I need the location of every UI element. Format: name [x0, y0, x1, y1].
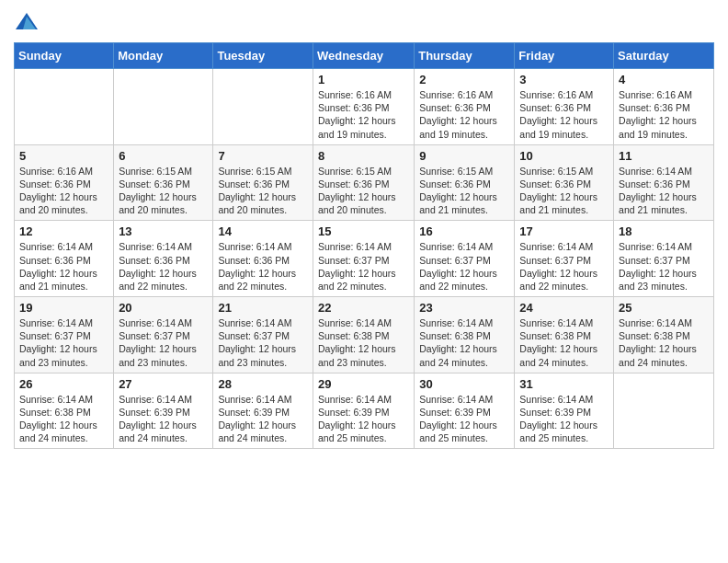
- day-number: 6: [119, 149, 208, 163]
- day-info: Sunrise: 6:14 AMSunset: 6:38 PMDaylight:…: [519, 316, 609, 369]
- calendar-header-row: SundayMondayTuesdayWednesdayThursdayFrid…: [15, 43, 714, 69]
- day-info: Sunrise: 6:14 AMSunset: 6:37 PMDaylight:…: [19, 316, 108, 369]
- calendar-cell: 20Sunrise: 6:14 AMSunset: 6:37 PMDayligh…: [114, 297, 213, 373]
- calendar-cell: [15, 69, 114, 145]
- day-number: 31: [519, 377, 609, 391]
- day-info: Sunrise: 6:14 AMSunset: 6:37 PMDaylight:…: [619, 240, 709, 293]
- day-info: Sunrise: 6:14 AMSunset: 6:39 PMDaylight:…: [218, 393, 308, 445]
- day-number: 8: [318, 149, 409, 163]
- col-header-saturday: Saturday: [614, 43, 714, 69]
- day-info: Sunrise: 6:16 AMSunset: 6:36 PMDaylight:…: [318, 88, 409, 141]
- calendar-cell: 27Sunrise: 6:14 AMSunset: 6:39 PMDayligh…: [114, 373, 213, 449]
- day-number: 16: [419, 224, 509, 238]
- day-info: Sunrise: 6:14 AMSunset: 6:36 PMDaylight:…: [619, 165, 709, 217]
- calendar-cell: 15Sunrise: 6:14 AMSunset: 6:37 PMDayligh…: [313, 221, 414, 297]
- calendar-cell: 9Sunrise: 6:15 AMSunset: 6:36 PMDaylight…: [415, 144, 515, 221]
- calendar-cell: 2Sunrise: 6:16 AMSunset: 6:36 PMDaylight…: [415, 69, 515, 145]
- calendar-cell: 19Sunrise: 6:14 AMSunset: 6:37 PMDayligh…: [15, 297, 114, 373]
- calendar-cell: 24Sunrise: 6:14 AMSunset: 6:38 PMDayligh…: [515, 297, 614, 373]
- day-number: 10: [519, 149, 609, 163]
- calendar-week-1: 5Sunrise: 6:16 AMSunset: 6:36 PMDaylight…: [15, 144, 714, 221]
- calendar-cell: 12Sunrise: 6:14 AMSunset: 6:36 PMDayligh…: [15, 221, 114, 297]
- day-number: 24: [519, 301, 609, 315]
- day-info: Sunrise: 6:15 AMSunset: 6:36 PMDaylight:…: [519, 165, 609, 217]
- day-info: Sunrise: 6:14 AMSunset: 6:37 PMDaylight:…: [119, 316, 208, 369]
- logo-icon: [14, 9, 40, 35]
- day-number: 28: [218, 377, 308, 391]
- day-info: Sunrise: 6:14 AMSunset: 6:37 PMDaylight:…: [318, 240, 409, 293]
- day-number: 26: [19, 377, 108, 391]
- day-number: 19: [19, 301, 108, 315]
- calendar-cell: 7Sunrise: 6:15 AMSunset: 6:36 PMDaylight…: [213, 144, 313, 221]
- calendar-cell: 26Sunrise: 6:14 AMSunset: 6:38 PMDayligh…: [15, 373, 114, 449]
- day-number: 2: [419, 73, 509, 86]
- day-number: 1: [318, 73, 409, 86]
- col-header-wednesday: Wednesday: [313, 43, 414, 69]
- day-info: Sunrise: 6:14 AMSunset: 6:37 PMDaylight:…: [419, 240, 509, 293]
- calendar-cell: 6Sunrise: 6:15 AMSunset: 6:36 PMDaylight…: [114, 144, 213, 221]
- calendar: SundayMondayTuesdayWednesdayThursdayFrid…: [14, 42, 714, 449]
- calendar-cell: [614, 373, 714, 449]
- day-info: Sunrise: 6:14 AMSunset: 6:39 PMDaylight:…: [419, 393, 509, 445]
- calendar-week-3: 19Sunrise: 6:14 AMSunset: 6:37 PMDayligh…: [15, 297, 714, 373]
- day-number: 5: [19, 149, 108, 163]
- day-info: Sunrise: 6:14 AMSunset: 6:39 PMDaylight:…: [519, 393, 609, 445]
- day-info: Sunrise: 6:16 AMSunset: 6:36 PMDaylight:…: [19, 165, 108, 217]
- calendar-cell: 11Sunrise: 6:14 AMSunset: 6:36 PMDayligh…: [614, 144, 714, 221]
- calendar-week-0: 1Sunrise: 6:16 AMSunset: 6:36 PMDaylight…: [15, 69, 714, 145]
- page-header: [14, 9, 714, 35]
- calendar-cell: 18Sunrise: 6:14 AMSunset: 6:37 PMDayligh…: [614, 221, 714, 297]
- calendar-cell: 29Sunrise: 6:14 AMSunset: 6:39 PMDayligh…: [313, 373, 414, 449]
- day-info: Sunrise: 6:15 AMSunset: 6:36 PMDaylight:…: [318, 165, 409, 217]
- day-info: Sunrise: 6:14 AMSunset: 6:38 PMDaylight:…: [19, 393, 108, 445]
- day-number: 27: [119, 377, 208, 391]
- calendar-cell: [114, 69, 213, 145]
- calendar-cell: 13Sunrise: 6:14 AMSunset: 6:36 PMDayligh…: [114, 221, 213, 297]
- col-header-friday: Friday: [515, 43, 614, 69]
- calendar-cell: 8Sunrise: 6:15 AMSunset: 6:36 PMDaylight…: [313, 144, 414, 221]
- calendar-cell: 3Sunrise: 6:16 AMSunset: 6:36 PMDaylight…: [515, 69, 614, 145]
- day-number: 25: [619, 301, 709, 315]
- day-info: Sunrise: 6:14 AMSunset: 6:36 PMDaylight:…: [218, 240, 308, 293]
- logo: [14, 9, 43, 35]
- col-header-sunday: Sunday: [15, 43, 114, 69]
- calendar-cell: 4Sunrise: 6:16 AMSunset: 6:36 PMDaylight…: [614, 69, 714, 145]
- day-info: Sunrise: 6:14 AMSunset: 6:38 PMDaylight:…: [318, 316, 409, 369]
- calendar-cell: 14Sunrise: 6:14 AMSunset: 6:36 PMDayligh…: [213, 221, 313, 297]
- calendar-cell: 25Sunrise: 6:14 AMSunset: 6:38 PMDayligh…: [614, 297, 714, 373]
- day-info: Sunrise: 6:14 AMSunset: 6:38 PMDaylight:…: [419, 316, 509, 369]
- day-info: Sunrise: 6:14 AMSunset: 6:38 PMDaylight:…: [619, 316, 709, 369]
- day-info: Sunrise: 6:16 AMSunset: 6:36 PMDaylight:…: [419, 88, 509, 141]
- day-number: 22: [318, 301, 409, 315]
- day-number: 23: [419, 301, 509, 315]
- calendar-cell: 5Sunrise: 6:16 AMSunset: 6:36 PMDaylight…: [15, 144, 114, 221]
- day-number: 7: [218, 149, 308, 163]
- calendar-cell: [213, 69, 313, 145]
- day-info: Sunrise: 6:16 AMSunset: 6:36 PMDaylight:…: [519, 88, 609, 141]
- day-number: 13: [119, 224, 208, 238]
- day-info: Sunrise: 6:14 AMSunset: 6:37 PMDaylight:…: [218, 316, 308, 369]
- calendar-week-4: 26Sunrise: 6:14 AMSunset: 6:38 PMDayligh…: [15, 373, 714, 449]
- day-info: Sunrise: 6:15 AMSunset: 6:36 PMDaylight:…: [419, 165, 509, 217]
- day-number: 29: [318, 377, 409, 391]
- day-info: Sunrise: 6:14 AMSunset: 6:37 PMDaylight:…: [519, 240, 609, 293]
- day-info: Sunrise: 6:14 AMSunset: 6:36 PMDaylight:…: [19, 240, 108, 293]
- day-number: 18: [619, 224, 709, 238]
- day-info: Sunrise: 6:14 AMSunset: 6:36 PMDaylight:…: [119, 240, 208, 293]
- day-number: 3: [519, 73, 609, 86]
- calendar-cell: 28Sunrise: 6:14 AMSunset: 6:39 PMDayligh…: [213, 373, 313, 449]
- calendar-cell: 21Sunrise: 6:14 AMSunset: 6:37 PMDayligh…: [213, 297, 313, 373]
- day-info: Sunrise: 6:16 AMSunset: 6:36 PMDaylight:…: [619, 88, 709, 141]
- day-number: 14: [218, 224, 308, 238]
- day-number: 20: [119, 301, 208, 315]
- col-header-thursday: Thursday: [415, 43, 515, 69]
- day-info: Sunrise: 6:15 AMSunset: 6:36 PMDaylight:…: [218, 165, 308, 217]
- calendar-cell: 31Sunrise: 6:14 AMSunset: 6:39 PMDayligh…: [515, 373, 614, 449]
- calendar-cell: 1Sunrise: 6:16 AMSunset: 6:36 PMDaylight…: [313, 69, 414, 145]
- day-number: 11: [619, 149, 709, 163]
- calendar-cell: 22Sunrise: 6:14 AMSunset: 6:38 PMDayligh…: [313, 297, 414, 373]
- calendar-week-2: 12Sunrise: 6:14 AMSunset: 6:36 PMDayligh…: [15, 221, 714, 297]
- day-number: 17: [519, 224, 609, 238]
- day-info: Sunrise: 6:14 AMSunset: 6:39 PMDaylight:…: [119, 393, 208, 445]
- calendar-cell: 10Sunrise: 6:15 AMSunset: 6:36 PMDayligh…: [515, 144, 614, 221]
